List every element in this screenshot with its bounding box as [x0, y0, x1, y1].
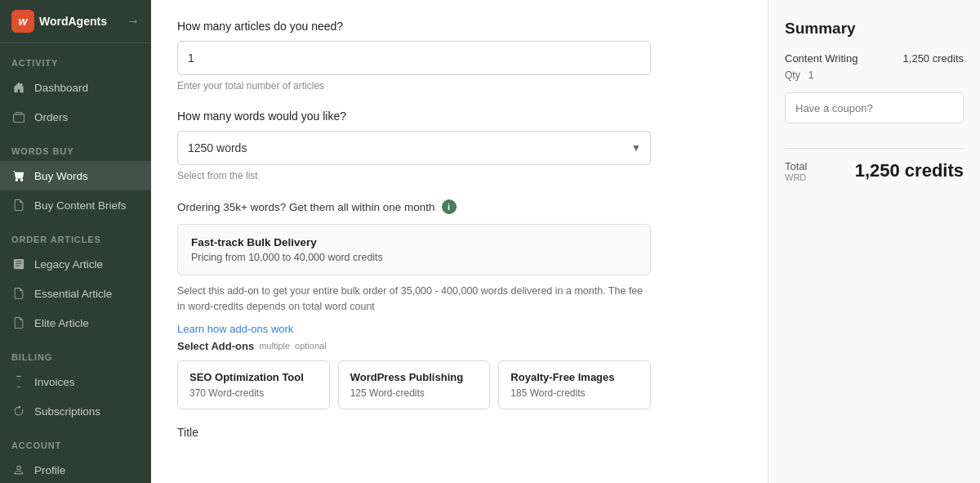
sidebar-item-label: Buy Words	[34, 170, 88, 182]
articles-input[interactable]	[177, 41, 651, 75]
sidebar-item-label: Buy Content Briefs	[34, 199, 127, 212]
words-select[interactable]: 250 words 500 words 750 words 1000 words…	[177, 131, 651, 165]
sidebar: w WordAgents → Activity Dashboard Orders…	[0, 0, 151, 483]
sidebar-item-legacy-article[interactable]: Legacy Article	[0, 249, 151, 279]
summary-title: Summary	[785, 20, 964, 38]
main-content: How many articles do you need? Enter you…	[151, 0, 980, 483]
summary-total-right: 1,250 credits	[855, 160, 964, 181]
title-label: Title	[177, 426, 742, 439]
sidebar-item-label: Dashboard	[34, 82, 88, 94]
note-icon	[11, 257, 26, 271]
addons-grid: SEO Optimization Tool 370 Word-credits W…	[177, 360, 651, 409]
qty-label: Qty	[785, 69, 800, 81]
summary-total-sub: WRD	[785, 172, 807, 182]
doc3-icon	[11, 315, 26, 330]
summary-qty: Qty 1	[785, 69, 964, 81]
words-section: How many words would you like? 250 words…	[177, 110, 742, 181]
summary-area: Summary Content Writing 1,250 credits Qt…	[768, 0, 980, 483]
summary-total-amount: 1,250 credits	[855, 160, 964, 181]
section-label-billing: Billing	[0, 338, 151, 367]
cart-icon	[11, 168, 26, 183]
bag-icon	[11, 110, 26, 124]
bulk-card-subtitle: Pricing from 10,000 to 40,000 word credi…	[191, 252, 637, 263]
addons-label-text: Select Add-ons	[177, 340, 254, 352]
addon-seo-price: 370 Word-credits	[189, 387, 318, 399]
sidebar-item-label: Subscriptions	[34, 405, 100, 418]
bulk-description: Select this add-on to get your entire bu…	[177, 284, 651, 315]
summary-divider	[785, 148, 964, 149]
section-label-activity: Activity	[0, 43, 151, 73]
sidebar-item-orders[interactable]: Orders	[0, 102, 151, 132]
addon-images[interactable]: Royalty-Free Images 185 Word-credits	[498, 360, 651, 409]
sidebar-item-buy-content-briefs[interactable]: Buy Content Briefs	[0, 190, 151, 220]
sidebar-item-label: Legacy Article	[34, 258, 103, 271]
summary-product-credits: 1,250 credits	[903, 52, 964, 65]
words-label: How many words would you like?	[177, 110, 742, 123]
section-label-account: Account	[0, 426, 151, 455]
logo-area: w WordAgents	[11, 10, 107, 33]
refresh-icon	[11, 404, 26, 418]
words-select-wrapper: 250 words 500 words 750 words 1000 words…	[177, 131, 651, 165]
sidebar-item-label: Elite Article	[34, 317, 89, 329]
sidebar-header: w WordAgents →	[0, 0, 151, 43]
section-label-order-articles: Order Articles	[0, 220, 151, 249]
info-icon: i	[442, 199, 457, 214]
addon-img-name: Royalty-Free Images	[510, 371, 639, 383]
sidebar-item-dashboard[interactable]: Dashboard	[0, 73, 151, 102]
logo-icon: w	[11, 10, 34, 33]
addon-wp-price: 125 Word-credits	[350, 387, 479, 399]
sidebar-item-essential-article[interactable]: Essential Article	[0, 279, 151, 308]
person-icon	[11, 463, 26, 477]
articles-label: How many articles do you need?	[177, 20, 742, 33]
addon-wp-name: WordPress Publishing	[350, 371, 479, 383]
form-area: How many articles do you need? Enter you…	[151, 0, 768, 483]
articles-hint: Enter your total number of articles	[177, 80, 742, 92]
sidebar-item-subscriptions[interactable]: Subscriptions	[0, 396, 151, 426]
sidebar-item-elite-article[interactable]: Elite Article	[0, 308, 151, 338]
words-hint: Select from the list	[177, 170, 742, 181]
bulk-notice: Ordering 35k+ words? Get them all within…	[177, 199, 742, 214]
house-icon	[11, 80, 26, 95]
summary-product-name: Content Writing	[785, 52, 858, 65]
sidebar-item-invoices[interactable]: Invoices	[0, 367, 151, 396]
bulk-delivery-card[interactable]: Fast-track Bulk Delivery Pricing from 10…	[177, 224, 651, 275]
addon-seo-name: SEO Optimization Tool	[189, 371, 318, 383]
addon-wordpress[interactable]: WordPress Publishing 125 Word-credits	[338, 360, 491, 409]
doc2-icon	[11, 286, 26, 301]
coupon-input[interactable]	[785, 92, 964, 123]
addons-tag2: optional	[295, 341, 327, 351]
file-icon	[11, 374, 26, 389]
addons-tag1: multiple	[259, 341, 290, 351]
addon-seo[interactable]: SEO Optimization Tool 370 Word-credits	[177, 360, 330, 409]
bulk-card-title: Fast-track Bulk Delivery	[191, 236, 637, 248]
sidebar-item-profile[interactable]: Profile	[0, 455, 151, 483]
summary-total-left: Total WRD	[785, 160, 807, 182]
section-label-words-buy: Words Buy	[0, 132, 151, 161]
qty-value: 1	[808, 69, 814, 81]
addons-label: Select Add-ons multiple optional	[177, 340, 742, 352]
logout-icon[interactable]: →	[127, 14, 140, 29]
sidebar-item-label: Invoices	[34, 376, 75, 388]
sidebar-item-label: Profile	[34, 464, 65, 476]
summary-product-row: Content Writing 1,250 credits	[785, 52, 964, 65]
summary-total-row: Total WRD 1,250 credits	[785, 160, 964, 182]
sidebar-item-label: Essential Article	[34, 288, 112, 300]
bulk-notice-text: Ordering 35k+ words? Get them all within…	[177, 201, 435, 213]
sidebar-item-label: Orders	[34, 111, 68, 123]
logo-text: WordAgents	[39, 15, 107, 28]
addon-img-price: 185 Word-credits	[510, 387, 639, 399]
doc-icon	[11, 198, 26, 212]
articles-section: How many articles do you need? Enter you…	[177, 20, 742, 92]
sidebar-item-buy-words[interactable]: Buy Words	[0, 161, 151, 190]
learn-link[interactable]: Learn how add-ons work	[177, 323, 293, 335]
summary-total-label: Total	[785, 160, 807, 172]
